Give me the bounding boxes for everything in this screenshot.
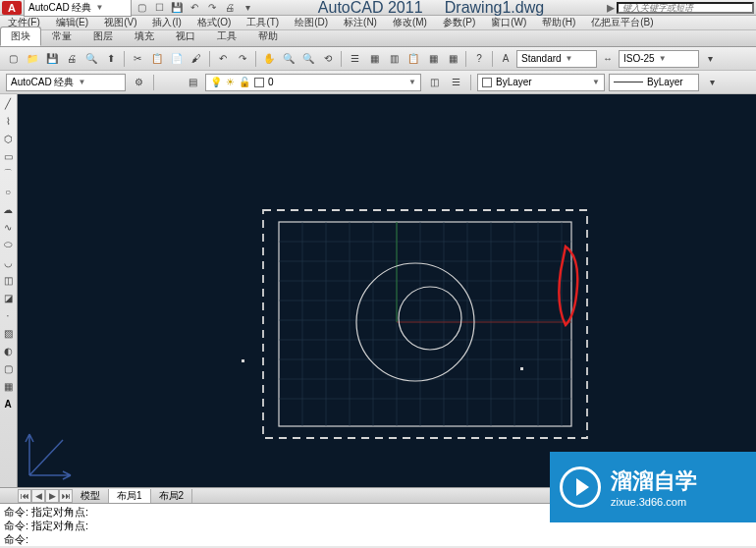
chevron-down-icon: ▼: [408, 78, 416, 86]
gradient-icon[interactable]: ◐: [0, 342, 16, 359]
hatch-icon[interactable]: ▨: [0, 324, 16, 342]
redo-icon[interactable]: ↷: [234, 50, 251, 68]
chevron-down-icon[interactable]: ▾: [703, 74, 721, 91]
tab-last-icon[interactable]: ⏭: [59, 489, 73, 503]
arc-icon[interactable]: ⌒: [0, 165, 16, 183]
save-icon[interactable]: 💾: [43, 50, 61, 68]
search-arrow-icon: ▸: [607, 0, 615, 17]
ellipse-arc-icon[interactable]: ◡: [0, 253, 16, 271]
sheet-icon[interactable]: 📋: [405, 50, 422, 68]
paste-icon[interactable]: 📄: [168, 50, 186, 68]
pan-icon[interactable]: ✋: [260, 50, 278, 68]
lock-icon: 🔓: [239, 77, 250, 87]
open-icon[interactable]: ☐: [151, 1, 167, 15]
tab-help[interactable]: 帮助: [247, 27, 289, 46]
tab-viewport[interactable]: 视口: [165, 27, 206, 46]
new-icon[interactable]: ▢: [4, 50, 22, 68]
insert-icon[interactable]: ◫: [0, 271, 16, 289]
undo-icon[interactable]: ↶: [187, 1, 202, 15]
tab-block[interactable]: 图块: [0, 27, 41, 46]
spline-icon[interactable]: ∿: [0, 218, 16, 236]
tab-model[interactable]: 模型: [73, 489, 109, 503]
undo-icon[interactable]: ↶: [214, 50, 232, 68]
menu-modify[interactable]: 修改(M): [385, 16, 435, 29]
revcloud-icon[interactable]: ☁: [0, 200, 16, 218]
preview-icon[interactable]: 🔍: [82, 50, 100, 68]
layer-prev-icon[interactable]: ◫: [425, 74, 443, 91]
tab-first-icon[interactable]: ⏮: [18, 489, 31, 503]
chevron-down-icon[interactable]: ▾: [701, 50, 719, 68]
sun-icon: ☀: [226, 77, 235, 87]
new-icon[interactable]: ▢: [134, 1, 149, 15]
command-prompt: 命令:: [4, 532, 752, 546]
circle-icon[interactable]: ○: [0, 183, 16, 200]
print-icon[interactable]: 🖨: [222, 1, 238, 15]
line-icon[interactable]: ╱: [0, 94, 16, 112]
separator: [153, 75, 154, 90]
mtext-icon[interactable]: A: [0, 395, 16, 412]
make-block-icon[interactable]: ◪: [0, 289, 16, 306]
main-area: ╱ ⌇ ⬡ ▭ ⌒ ○ ☁ ∿ ⬭ ◡ ◫ ◪ · ▨ ◐ ▢ ▦ A: [0, 94, 756, 487]
text-style-combo[interactable]: Standard ▼: [516, 50, 597, 68]
rectangle-icon[interactable]: ▭: [0, 147, 16, 165]
menu-draw[interactable]: 绘图(D): [287, 16, 336, 29]
zoom-icon[interactable]: 🔍: [280, 50, 297, 68]
help-icon[interactable]: ?: [470, 50, 488, 68]
zoom-prev-icon[interactable]: ⟲: [319, 50, 337, 68]
open-icon[interactable]: 📁: [24, 50, 41, 68]
color-combo[interactable]: ByLayer ▼: [477, 74, 605, 91]
table-icon[interactable]: ▦: [0, 377, 16, 395]
tab-next-icon[interactable]: ▶: [45, 489, 59, 503]
dim-style-combo[interactable]: ISO-25 ▼: [619, 50, 699, 68]
tab-constant[interactable]: 常量: [41, 27, 82, 46]
print-icon[interactable]: 🖨: [63, 50, 81, 68]
properties-icon[interactable]: ☰: [346, 50, 363, 68]
designcenter-icon[interactable]: ▦: [365, 50, 383, 68]
menu-dimension[interactable]: 标注(N): [336, 16, 385, 29]
gear-icon[interactable]: ⚙: [130, 74, 147, 91]
tab-layout1[interactable]: 布局1: [109, 489, 151, 503]
text-style-icon[interactable]: A: [497, 50, 514, 68]
lightbulb-icon: 💡: [210, 77, 222, 87]
publish-icon[interactable]: ⬆: [102, 50, 120, 68]
chevron-down-icon: ▼: [592, 78, 600, 86]
region-icon[interactable]: ▢: [0, 359, 16, 377]
color-swatch: [482, 78, 492, 87]
menu-param[interactable]: 参数(P): [435, 16, 483, 29]
polyline-icon[interactable]: ⌇: [0, 112, 16, 130]
polygon-icon[interactable]: ⬡: [0, 130, 16, 147]
calc-icon[interactable]: ▦: [444, 50, 461, 68]
menu-platform[interactable]: 亿把豆平台(B): [583, 16, 661, 29]
tab-prev-icon[interactable]: ◀: [31, 489, 45, 503]
tab-layer[interactable]: 图层: [82, 27, 124, 46]
menu-window[interactable]: 窗口(W): [483, 16, 534, 29]
markup-icon[interactable]: ▦: [424, 50, 442, 68]
workspace-label: AutoCAD 经典: [28, 1, 91, 15]
point-icon[interactable]: ·: [0, 306, 16, 324]
tab-layout2[interactable]: 布局2: [151, 489, 193, 503]
layer-combo[interactable]: 💡 ☀ 🔓 0 ▼: [205, 74, 421, 91]
menu-help[interactable]: 帮助(H): [534, 16, 583, 29]
ellipse-icon[interactable]: ⬭: [0, 236, 16, 253]
viewport-rect: [279, 222, 571, 426]
dim-style-icon[interactable]: ↔: [599, 50, 617, 68]
save-icon[interactable]: 💾: [169, 1, 185, 15]
workspace-selector[interactable]: AutoCAD 经典 ▼: [24, 0, 132, 17]
app-logo[interactable]: A: [2, 1, 22, 15]
tool-palette-icon[interactable]: ▥: [385, 50, 403, 68]
layer-prop-icon[interactable]: ▤: [184, 74, 201, 91]
drawing-area[interactable]: [18, 94, 756, 487]
tab-fill[interactable]: 填充: [124, 27, 165, 46]
workspace-toolbar: AutoCAD 经典 ▼ ⚙ ▤ 💡 ☀ 🔓 0 ▼ ◫ ☰ ByLayer ▼…: [0, 71, 756, 94]
chevron-down-icon[interactable]: ▾: [240, 1, 255, 15]
copy-icon[interactable]: 📋: [148, 50, 166, 68]
cut-icon[interactable]: ✂: [129, 50, 146, 68]
tab-tool[interactable]: 工具: [206, 27, 247, 46]
search-input[interactable]: [617, 2, 754, 14]
redo-icon[interactable]: ↷: [204, 1, 220, 15]
linetype-combo[interactable]: ByLayer: [609, 74, 699, 91]
zoom-window-icon[interactable]: 🔍: [299, 50, 317, 68]
workspace-combo[interactable]: AutoCAD 经典 ▼: [6, 74, 126, 91]
match-icon[interactable]: 🖌: [188, 50, 205, 68]
layer-states-icon[interactable]: ☰: [447, 74, 464, 91]
